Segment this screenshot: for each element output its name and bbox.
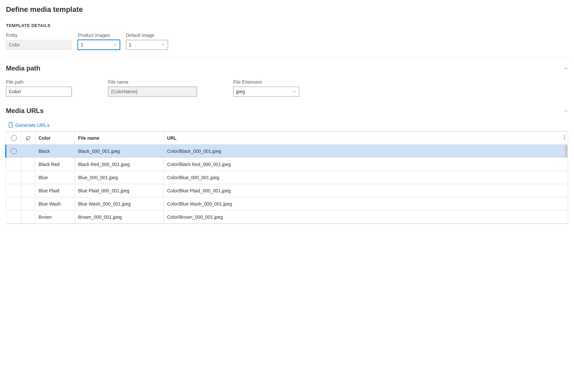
row-url: Color/Blue_000_001.jpeg: [164, 171, 253, 184]
row-refresh: [21, 197, 35, 210]
file-name-input: {ColorName}: [108, 87, 197, 97]
row-color-value: Black: [39, 149, 50, 154]
template-details-row: Entity Color Product images 1 Default im…: [6, 33, 568, 50]
grid-header: Color File name URL: [6, 131, 568, 145]
row-url-value: Color/Black_000_001.jpeg: [167, 149, 221, 154]
url-header-label: URL: [167, 135, 177, 141]
row-color: Black: [35, 145, 75, 157]
url-header[interactable]: URL: [164, 131, 568, 144]
file-path-input[interactable]: Color/: [6, 87, 72, 97]
template-details-label: TEMPLATE DETAILS: [6, 23, 568, 28]
row-filename-value: Brown_000_001.jpeg: [78, 214, 122, 220]
radio-icon: [11, 135, 17, 141]
table-row[interactable]: BlueBlue_000_001.jpegColor/Blue_000_001.…: [6, 171, 568, 184]
file-name-field: File name {ColorName}: [108, 79, 197, 97]
table-row[interactable]: Blue WashBlue Wash_000_001.jpegColor/Blu…: [6, 197, 568, 210]
row-select[interactable]: [6, 158, 21, 171]
row-url: Color/Brown_000_001.jpeg: [164, 210, 253, 223]
select-all-header[interactable]: [6, 131, 21, 144]
row-select[interactable]: [6, 145, 21, 157]
row-filename: Black Red_000_001.jpeg: [75, 158, 164, 171]
row-filename-value: Black Red_000_001.jpeg: [78, 162, 129, 167]
row-filename: Blue Wash_000_001.jpeg: [75, 197, 164, 210]
table-row[interactable]: Blue PlaidBlue Plaid_000_001.jpegColor/B…: [6, 184, 568, 197]
product-images-label: Product images: [78, 33, 120, 38]
row-color-value: Blue: [39, 175, 48, 180]
row-select[interactable]: [6, 197, 21, 210]
file-extension-value: jpeg: [236, 89, 245, 94]
file-name-value: {ColorName}: [111, 89, 137, 94]
svg-point-2: [564, 139, 565, 140]
row-select[interactable]: [6, 184, 21, 197]
scrollbar-thumb[interactable]: [565, 145, 567, 157]
chevron-down-icon: [113, 43, 117, 47]
table-row[interactable]: BrownBrown_000_001.jpegColor/Brown_000_0…: [6, 210, 568, 224]
row-url-value: Color/Blue Wash_000_001.jpeg: [167, 201, 232, 207]
default-image-value: 1: [129, 42, 131, 47]
row-color: Brown: [35, 210, 75, 223]
row-select[interactable]: [6, 210, 21, 223]
row-select[interactable]: [6, 171, 21, 184]
more-vertical-icon: [564, 135, 565, 140]
filename-header[interactable]: File name: [75, 131, 164, 144]
media-urls-grid: Color File name URL BlackBlack_000_001.j…: [6, 131, 568, 224]
chevron-up-icon: [563, 66, 568, 71]
filename-header-label: File name: [78, 135, 100, 141]
table-row[interactable]: BlackBlack_000_001.jpegColor/Black_000_0…: [5, 145, 568, 158]
grid-body: BlackBlack_000_001.jpegColor/Black_000_0…: [6, 145, 568, 224]
row-color: Blue Wash: [35, 197, 75, 210]
chevron-down-icon: [292, 90, 296, 94]
entity-label: Entity: [6, 33, 72, 38]
product-images-select[interactable]: 1: [78, 40, 120, 50]
row-url-value: Color/Blue_000_001.jpeg: [167, 175, 219, 180]
entity-input: Color: [6, 40, 72, 50]
row-refresh: [21, 145, 35, 157]
media-urls-title: Media URLs: [6, 107, 43, 115]
row-color: Blue: [35, 171, 75, 184]
chevron-up-icon: [563, 109, 568, 113]
entity-field: Entity Color: [6, 33, 72, 50]
row-filename-value: Blue Plaid_000_001.jpeg: [78, 188, 129, 193]
row-filename: Blue Plaid_000_001.jpeg: [75, 184, 164, 197]
row-refresh: [21, 158, 35, 171]
row-color-value: Black Red: [39, 162, 60, 167]
row-filename-value: Blue_000_001.jpeg: [78, 175, 118, 180]
refresh-header[interactable]: [21, 131, 35, 144]
file-path-value: Color/: [9, 89, 21, 94]
svg-point-0: [564, 135, 565, 136]
file-extension-field: File Extension jpeg: [233, 79, 299, 97]
row-filename-value: Black_000_001.jpeg: [78, 149, 120, 154]
table-row[interactable]: Black RedBlack Red_000_001.jpegColor/Bla…: [6, 158, 568, 171]
row-refresh: [21, 171, 35, 184]
file-extension-select[interactable]: jpeg: [233, 87, 299, 97]
file-path-field: File path Color/: [6, 79, 72, 97]
file-path-label: File path: [6, 79, 72, 85]
generate-urls-button[interactable]: Generate URLs: [8, 122, 49, 128]
row-color: Blue Plaid: [35, 184, 75, 197]
color-header[interactable]: Color: [35, 131, 75, 144]
media-path-title: Media path: [6, 65, 40, 72]
document-icon: [8, 122, 13, 128]
refresh-icon: [26, 135, 31, 141]
media-urls-header[interactable]: Media URLs: [6, 107, 568, 115]
default-image-label: Default image: [126, 33, 168, 38]
default-image-field: Default image 1: [126, 33, 168, 50]
svg-point-1: [564, 137, 565, 138]
row-url-value: Color/Blue Plaid_000_001.jpeg: [167, 188, 231, 193]
row-url: Color/Blue Wash_000_001.jpeg: [164, 197, 253, 210]
default-image-select[interactable]: 1: [126, 40, 168, 50]
generate-urls-label: Generate URLs: [15, 122, 49, 128]
row-refresh: [21, 184, 35, 197]
row-url: Color/Black Red_000_001.jpeg: [164, 158, 253, 171]
product-images-value: 1: [81, 42, 83, 47]
row-filename-value: Blue Wash_000_001.jpeg: [78, 201, 131, 207]
row-url-value: Color/Black Red_000_001.jpeg: [167, 162, 231, 167]
media-path-header[interactable]: Media path: [6, 65, 568, 72]
file-extension-label: File Extension: [233, 79, 299, 85]
row-color-value: Brown: [39, 214, 52, 220]
more-options-button[interactable]: [564, 135, 565, 141]
entity-value: Color: [9, 42, 20, 47]
divider: [6, 58, 568, 58]
row-filename: Black_000_001.jpeg: [75, 145, 164, 157]
row-filename: Blue_000_001.jpeg: [75, 171, 164, 184]
